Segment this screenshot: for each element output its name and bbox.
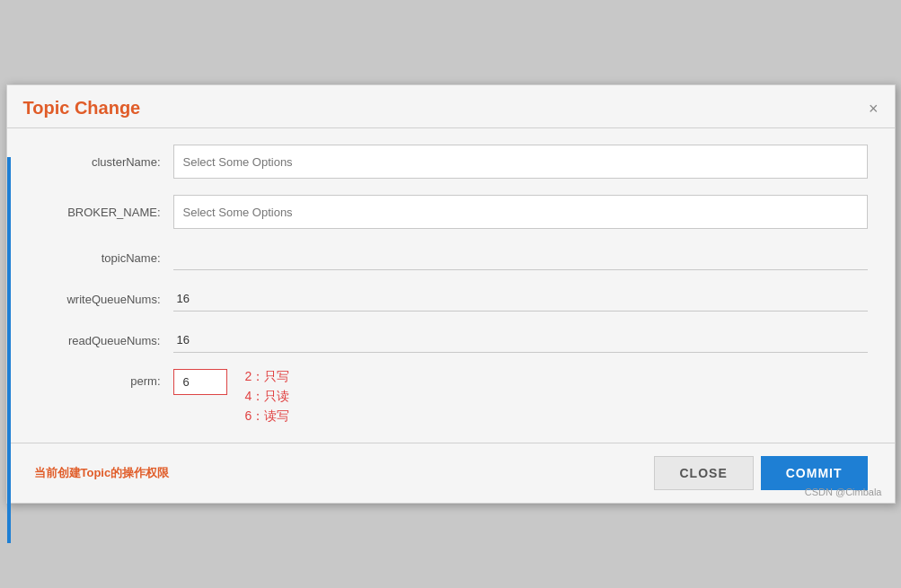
form-row-brokername: BROKER_NAME: [34,195,868,229]
readqueue-control [173,328,868,353]
dialog-title: Topic Change [23,98,141,118]
perm-hint-4: 4：只读 [245,389,290,405]
dialog-footer: 当前创建Topic的操作权限 CLOSE COMMIT [7,443,895,503]
form-row-perm: perm: 2：只写 4：只读 6：读写 [34,369,868,425]
close-icon[interactable]: × [869,101,879,117]
form-row-readqueue: readQueueNums: [34,328,868,353]
dialog: Topic Change × clusterName: BROKER_NAME: [6,84,896,504]
clustername-input[interactable] [173,145,868,179]
clustername-label: clusterName: [34,155,173,169]
topicname-control [173,245,868,270]
readqueue-input[interactable] [173,328,868,353]
writequeue-label: writeQueueNums: [34,293,173,306]
perm-hint-2: 2：只写 [245,369,290,385]
perm-label: perm: [34,369,173,388]
footer-buttons: CLOSE COMMIT [654,456,868,490]
readqueue-label: readQueueNums: [34,334,173,347]
footer-note: 当前创建Topic的操作权限 [34,465,170,481]
perm-hints: 2：只写 4：只读 6：读写 [245,369,290,425]
perm-control-area: 2：只写 4：只读 6：读写 [173,369,868,425]
commit-button[interactable]: COMMIT [761,456,868,490]
topicname-label: topicName: [34,251,173,265]
brokername-control [173,195,868,229]
brokername-input[interactable] [173,195,868,229]
close-button[interactable]: CLOSE [654,456,754,490]
form-row-topicname: topicName: [34,245,868,270]
form-row-writequeue: writeQueueNums: [34,286,868,312]
perm-hint-6: 6：读写 [245,408,290,425]
writequeue-input[interactable] [173,286,868,312]
dialog-header: Topic Change × [7,85,895,128]
dialog-overlay: Topic Change × clusterName: BROKER_NAME: [0,0,901,588]
dialog-body: clusterName: BROKER_NAME: topicName: [7,128,895,443]
perm-input[interactable] [173,369,227,395]
brokername-label: BROKER_NAME: [34,206,173,219]
watermark: CSDN @Cimbala [805,487,882,497]
writequeue-control [173,286,868,312]
left-accent [7,157,11,543]
clustername-control [173,145,868,179]
topicname-input[interactable] [173,245,868,270]
form-row-clustername: clusterName: [34,145,868,179]
